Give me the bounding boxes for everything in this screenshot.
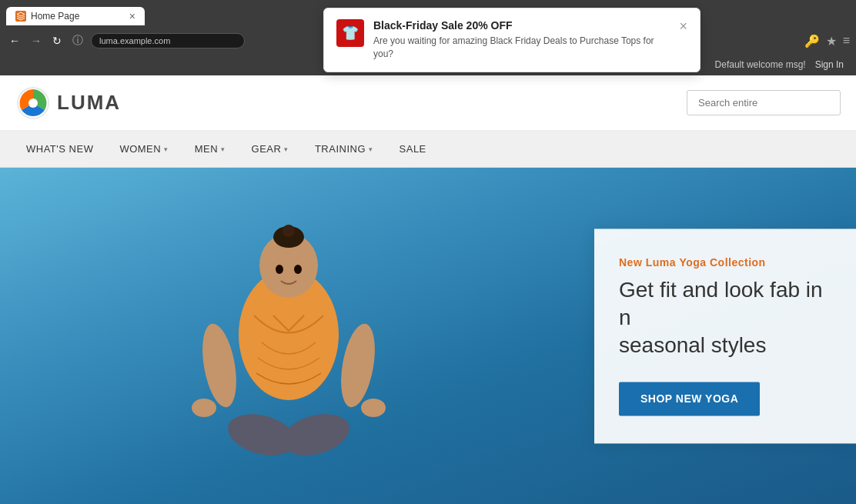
svg-point-7 — [336, 321, 380, 409]
svg-point-6 — [197, 321, 242, 409]
logo-text: LUMA — [57, 91, 121, 115]
nav-label-sale: Sale — [400, 143, 426, 155]
browser-toolbar: 🔑 ★ ≡ — [804, 34, 850, 48]
hero-subtitle-highlight: Yoga Collection — [679, 256, 765, 269]
nav-item-gear[interactable]: Gear ▾ — [241, 131, 299, 168]
info-button[interactable]: ⓘ — [69, 32, 86, 49]
hero-subtitle: New Luma Yoga Collection — [619, 256, 831, 269]
nav-label-gear: Gear — [252, 143, 282, 155]
forward-button[interactable]: → — [28, 33, 45, 48]
chevron-down-icon: ▾ — [164, 145, 169, 153]
notification-body: Are you waiting for amazing Black Friday… — [373, 35, 670, 61]
nav-item-whats-new[interactable]: What's New — [15, 131, 104, 168]
hero-banner: New Luma Yoga Collection Get fit and loo… — [0, 168, 856, 504]
chevron-down-icon: ▾ — [284, 145, 289, 153]
browser-tab[interactable]: Home Page × — [6, 7, 145, 25]
notification-title: Black-Friday Sale 20% OFF — [373, 19, 670, 32]
signin-link[interactable]: Sign In — [815, 59, 844, 70]
page-content: Default welcome msg! Sign In LUMA What's… — [0, 54, 856, 504]
logo-link[interactable]: LUMA — [15, 85, 121, 121]
nav-item-training[interactable]: Training ▾ — [304, 131, 384, 168]
welcome-message: Default welcome msg! — [715, 59, 806, 70]
chevron-down-icon: ▾ — [221, 145, 226, 153]
hero-title-line2: seasonal styles — [619, 334, 766, 358]
hero-text-card: New Luma Yoga Collection Get fit and loo… — [594, 229, 856, 443]
shirt-icon: 👕 — [342, 25, 359, 42]
hero-title: Get fit and look fab in n seasonal style… — [619, 276, 831, 360]
tab-favicon — [15, 11, 26, 22]
nav-item-women[interactable]: Women ▾ — [109, 131, 179, 168]
back-button[interactable]: ← — [6, 33, 23, 48]
svg-point-1 — [28, 98, 38, 108]
hero-person-image — [38, 173, 539, 504]
nav-item-sale[interactable]: Sale — [389, 131, 437, 168]
notification-icon: 👕 — [336, 19, 364, 47]
address-input[interactable] — [91, 33, 245, 48]
notification-popup: 👕 Black-Friday Sale 20% OFF Are you wait… — [323, 8, 701, 72]
nav-label-women: Women — [119, 143, 161, 155]
bookmark-icon[interactable]: ★ — [826, 34, 837, 48]
nav-label-men: Men — [195, 143, 218, 155]
svg-point-8 — [192, 399, 216, 417]
hero-title-line1: Get fit and look fab in n — [619, 278, 823, 329]
logo-icon — [15, 85, 51, 121]
svg-point-12 — [276, 265, 283, 274]
main-navigation: What's New Women ▾ Men ▾ Gear ▾ Training… — [0, 131, 856, 168]
chevron-down-icon: ▾ — [369, 145, 373, 153]
key-icon: 🔑 — [804, 34, 820, 48]
search-input[interactable] — [687, 90, 841, 115]
svg-point-13 — [294, 265, 302, 274]
tab-title: Home Page — [31, 11, 79, 22]
refresh-button[interactable]: ↻ — [49, 33, 65, 48]
hero-subtitle-plain: New Luma — [619, 256, 676, 269]
svg-point-11 — [277, 407, 354, 462]
shop-new-yoga-button[interactable]: Shop New Yoga — [619, 382, 760, 416]
notification-close-button[interactable]: × — [679, 19, 687, 33]
notification-content: Black-Friday Sale 20% OFF Are you waitin… — [373, 19, 670, 61]
svg-point-5 — [283, 225, 295, 237]
nav-item-men[interactable]: Men ▾ — [184, 131, 236, 168]
menu-icon[interactable]: ≡ — [843, 34, 850, 48]
tab-close-button[interactable]: × — [129, 10, 135, 22]
nav-label-whats-new: What's New — [26, 143, 93, 155]
site-header: LUMA — [0, 75, 856, 131]
svg-point-9 — [361, 399, 386, 417]
nav-label-training: Training — [315, 143, 366, 155]
